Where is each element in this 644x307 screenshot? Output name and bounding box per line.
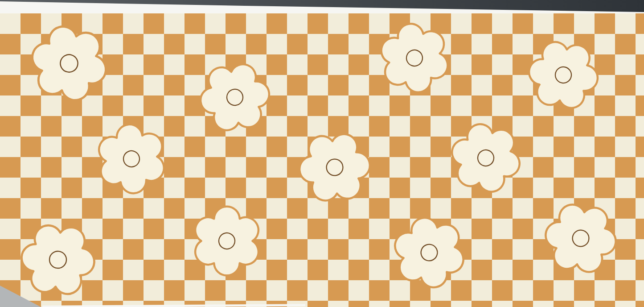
daisy-petals: [297, 132, 373, 203]
daisy-petals: [181, 196, 273, 286]
daisy-flower: [24, 21, 115, 107]
daisy-flower: [371, 17, 458, 100]
flower-layer: [0, 0, 644, 307]
daisy-flower: [386, 211, 472, 295]
daisy-petals: [19, 223, 97, 296]
daisy-flower: [181, 196, 273, 286]
daisy-flower: [444, 119, 527, 198]
daisy-flower: [87, 116, 176, 202]
daisy-petals: [525, 39, 602, 111]
daisy-petals: [87, 116, 176, 202]
daisy-flower: [525, 39, 602, 111]
daisy-flower: [197, 61, 274, 133]
daisy-flower: [297, 132, 373, 203]
daisy-flower: [19, 223, 97, 296]
daisy-petals: [444, 119, 527, 198]
daisy-petals: [541, 201, 620, 275]
daisy-flower: [541, 201, 620, 275]
daisy-petals: [197, 61, 274, 133]
daisy-petals: [24, 21, 115, 107]
daisy-petals: [386, 211, 472, 295]
daisy-petals: [371, 17, 458, 100]
photo-of-sticker-sheet: [0, 0, 644, 307]
